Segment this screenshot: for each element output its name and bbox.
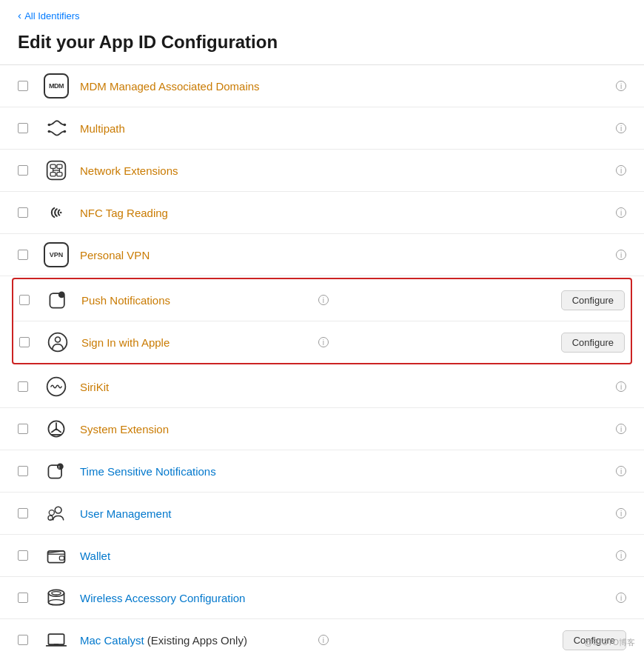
svg-point-32 [52,592,61,595]
row-push-notifications: Push Notifications i Configure [13,279,631,321]
info-icon-wallet[interactable]: i [616,550,626,561]
row-sirikit: SiriKit i [0,366,644,408]
svg-point-0 [48,124,51,127]
capability-name-multipath: Multipath [80,122,611,135]
row-time-sensitive: ! Time Sensitive Notifications i [0,450,644,493]
info-icon-user-management[interactable]: i [616,508,626,518]
svg-point-24 [55,507,61,513]
checkbox-sirikit[interactable] [18,381,28,392]
svg-point-1 [64,124,67,127]
row-wireless-accessory: Wireless Accessory Configuration i [0,577,644,619]
checkbox-mdm-managed[interactable] [18,81,28,91]
svg-point-2 [48,130,51,133]
checkbox-system-extension[interactable] [18,424,28,434]
info-icon-network-extensions[interactable]: i [616,165,626,176]
row-network-extensions: Network Extensions i [0,150,644,192]
icon-sign-in-apple [44,329,71,356]
svg-rect-6 [57,164,62,168]
checkbox-nfc-tag-reading[interactable] [18,207,28,218]
icon-personal-vpn: VPN [43,241,70,268]
checkbox-time-sensitive[interactable] [18,466,28,476]
row-nfc-tag-reading: NFC Tag Reading i [0,192,644,234]
icon-sirikit [43,373,70,400]
icon-nfc-tag-reading [43,199,70,226]
icon-user-management [43,500,70,527]
info-icon-wireless-accessory[interactable]: i [616,593,626,603]
icon-mac-catalyst [43,627,70,653]
icon-multipath [43,115,70,141]
configure-button-push-notifications[interactable]: Configure [561,290,625,310]
info-icon-sirikit[interactable]: i [616,381,626,392]
icon-wallet [43,542,70,569]
capability-name-personal-vpn: Personal VPN [80,249,611,261]
capability-name-sirikit: SiriKit [80,381,611,393]
back-link[interactable]: All Identifiers [0,0,644,26]
configure-button-sign-in-apple[interactable]: Configure [561,333,625,353]
checkbox-wireless-accessory[interactable] [18,593,28,603]
info-icon-system-extension[interactable]: i [616,424,626,434]
capability-name-nfc-tag-reading: NFC Tag Reading [80,207,611,219]
icon-wireless-accessory [43,584,70,611]
icon-mdm-managed: MDM [43,73,70,99]
capability-name-sign-in-apple: Sign In with Apple [81,336,314,349]
row-system-extension: System Extension i [0,408,644,450]
checkbox-network-extensions[interactable] [18,165,28,176]
page-title: Edit your App ID Configuration [0,26,644,64]
row-user-management: User Management i [0,493,644,535]
checkbox-mac-catalyst[interactable] [18,635,28,645]
icon-time-sensitive: ! [43,458,70,484]
capability-name-user-management: User Management [80,507,611,520]
capability-name-mdm-managed: MDM Managed Associated Domains [80,80,611,93]
checkbox-push-notifications[interactable] [19,295,30,305]
capability-name-time-sensitive: Time Sensitive Notifications [80,465,611,478]
svg-rect-29 [59,556,64,560]
icon-system-extension [43,416,70,442]
info-icon-sign-in-apple[interactable]: i [318,337,329,347]
svg-point-14 [58,292,65,298]
info-icon-mdm-managed[interactable]: i [616,81,626,91]
watermark: @51CTO博客 [585,637,635,648]
svg-rect-34 [48,634,64,644]
svg-rect-7 [50,173,56,176]
icon-network-extensions [43,157,70,184]
svg-point-12 [60,212,62,214]
capability-name-wireless-accessory: Wireless Accessory Configuration [80,592,611,604]
capabilities-list: MDM MDM Managed Associated Domains i Mul… [0,65,644,654]
svg-text:!: ! [58,464,60,470]
row-wallet: Wallet i [0,535,644,577]
svg-rect-5 [50,164,56,168]
row-multipath: Multipath i [0,107,644,150]
checkbox-user-management[interactable] [18,508,28,518]
info-icon-multipath[interactable]: i [616,123,626,133]
checkbox-wallet[interactable] [18,550,28,561]
info-icon-personal-vpn[interactable]: i [616,250,626,260]
capability-name-system-extension: System Extension [80,423,611,436]
svg-point-16 [55,337,60,342]
checkbox-personal-vpn[interactable] [18,250,28,260]
capability-name-push-notifications: Push Notifications [81,294,314,307]
row-sign-in-apple: Sign In with Apple i Configure [13,321,631,363]
info-icon-time-sensitive[interactable]: i [616,466,626,476]
svg-point-25 [49,510,54,515]
svg-point-3 [64,130,67,133]
highlight-group: Push Notifications i Configure Sign In w… [12,278,632,364]
row-mac-catalyst: Mac Catalyst (Existing Apps Only) i Conf… [0,619,644,654]
info-icon-push-notifications[interactable]: i [318,295,329,305]
svg-point-33 [48,600,64,605]
capability-name-network-extensions: Network Extensions [80,164,611,177]
capability-name-wallet: Wallet [80,550,611,562]
svg-point-31 [48,590,64,596]
icon-push-notifications [44,287,71,313]
checkbox-sign-in-apple[interactable] [19,337,30,347]
checkbox-multipath[interactable] [18,123,28,133]
info-icon-nfc-tag-reading[interactable]: i [616,207,626,218]
capability-name-mac-catalyst: Mac Catalyst (Existing Apps Only) [80,634,314,647]
svg-rect-8 [57,173,62,176]
row-personal-vpn: VPN Personal VPN i [0,234,644,276]
row-mdm-managed: MDM MDM Managed Associated Domains i [0,65,644,107]
info-icon-mac-catalyst[interactable]: i [318,635,329,645]
